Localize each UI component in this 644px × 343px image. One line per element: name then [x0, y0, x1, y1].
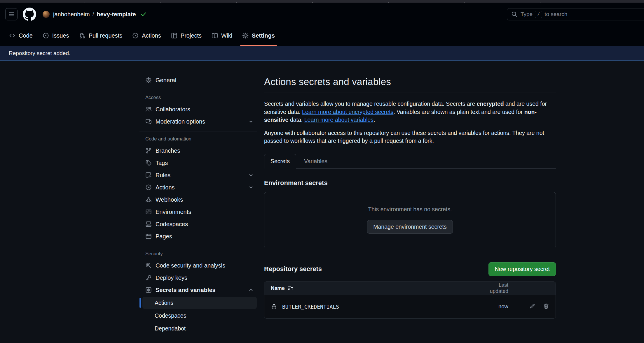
breadcrumb-repo-link[interactable]: bevy-template	[97, 11, 136, 18]
sidebar-item-actions[interactable]: Actions	[139, 181, 257, 194]
sidebar-subitem-actions[interactable]: Actions	[139, 297, 257, 309]
comment-discussion-icon	[145, 118, 152, 125]
search-placeholder: Type / to search	[521, 11, 567, 18]
row-actions	[508, 303, 549, 310]
tab-projects[interactable]: Projects	[166, 25, 207, 46]
git-pull-request-icon	[79, 32, 85, 39]
code-icon	[9, 32, 15, 39]
secret-name: BUTLER_CREDENTIALS	[282, 304, 339, 310]
browser-chrome-strip	[0, 0, 644, 3]
sidebar-item-secrets-variables[interactable]: Secrets and variables	[139, 284, 257, 296]
sidebar-divider	[139, 338, 257, 338]
new-repository-secret-button[interactable]: New repository secret	[488, 262, 556, 276]
intro-paragraph: Secrets and variables allow you to manag…	[264, 100, 556, 124]
link-about-variables[interactable]: Learn more about variables	[304, 117, 374, 123]
breadcrumb: janhohenheim / bevy-template	[53, 11, 146, 18]
sidebar-item-pages[interactable]: Pages	[139, 230, 257, 242]
user-avatar[interactable]	[43, 11, 50, 18]
sidebar-item-moderation-options[interactable]: Moderation options	[139, 115, 257, 128]
tab-code[interactable]: Code	[4, 25, 38, 46]
sidebar-section-access: Access	[145, 95, 257, 100]
sidebar-item-code-security[interactable]: Code security and analysis	[139, 259, 257, 272]
gear-icon	[242, 32, 249, 39]
edit-secret-button[interactable]	[529, 303, 535, 310]
table-row: BUTLER_CREDENTIALS now	[264, 295, 556, 318]
secret-updated: now	[479, 303, 508, 310]
repository-secrets-heading: Repository secrets	[264, 265, 322, 273]
repository-secrets-header-row: Repository secrets New repository secret	[264, 262, 556, 276]
name-column-header[interactable]: Name	[271, 285, 294, 291]
key-icon	[145, 275, 152, 281]
sidebar-item-rules[interactable]: Rules	[139, 169, 257, 181]
environment-secrets-box: This environment has no secrets. Manage …	[264, 192, 556, 248]
main-content: Actions secrets and variables Secrets an…	[264, 74, 556, 342]
sidebar-item-webhooks[interactable]: Webhooks	[139, 194, 257, 206]
breadcrumb-separator: /	[93, 11, 94, 18]
breadcrumb-owner-link[interactable]: janhohenheim	[53, 11, 90, 18]
sidebar-divider	[139, 246, 257, 246]
sidebar-item-codespaces[interactable]: Codespaces	[139, 218, 257, 230]
codespaces-icon	[145, 221, 152, 227]
tab-settings[interactable]: Settings	[237, 25, 280, 46]
tab-actions[interactable]: Actions	[127, 25, 166, 46]
play-icon	[132, 32, 139, 39]
table-header-row: Name Last updated	[264, 282, 556, 295]
last-updated-column-header: Last updated	[479, 282, 508, 294]
hamburger-menu-button[interactable]	[5, 8, 18, 20]
tab-pull-requests[interactable]: Pull requests	[74, 25, 128, 46]
check-icon	[141, 11, 146, 17]
browser-icon	[145, 233, 152, 240]
chevron-down-icon	[248, 172, 254, 178]
issue-opened-icon	[43, 32, 49, 39]
chevron-down-icon	[248, 119, 254, 124]
sidebar-section-security: Security	[145, 251, 257, 256]
tab-secrets[interactable]: Secrets	[264, 154, 296, 169]
chevron-up-icon	[248, 287, 254, 293]
repository-secrets-table: Name Last updated BUTLER_CREDENTIALS now	[264, 282, 556, 319]
environment-secrets-heading: Environment secrets	[264, 179, 556, 187]
book-icon	[212, 32, 218, 39]
sidebar-item-tags[interactable]: Tags	[139, 157, 257, 169]
settings-sidebar: General Access Collaborators Moderation …	[139, 74, 257, 342]
page-title: Actions secrets and variables	[264, 76, 556, 87]
trash-icon	[543, 303, 549, 309]
server-icon	[145, 209, 152, 215]
tag-icon	[145, 160, 152, 166]
lock-icon	[271, 303, 277, 310]
play-icon	[145, 184, 152, 191]
sidebar-item-environments[interactable]: Environments	[139, 206, 257, 218]
codescan-icon	[145, 262, 152, 269]
flash-banner: Repository secret added.	[0, 46, 644, 61]
flash-message: Repository secret added.	[9, 50, 70, 57]
manage-environment-secrets-button[interactable]: Manage environment secrets	[367, 220, 453, 234]
tab-wiki[interactable]: Wiki	[207, 25, 237, 46]
collaborator-paragraph: Anyone with collaborator access to this …	[264, 129, 556, 145]
link-encrypted-secrets[interactable]: Learn more about encrypted secrets	[302, 109, 393, 115]
sidebar-item-deploy-keys[interactable]: Deploy keys	[139, 272, 257, 284]
sidebar-item-general[interactable]: General	[139, 74, 257, 86]
search-icon	[511, 11, 518, 17]
github-logo-icon[interactable]	[23, 8, 36, 21]
rules-icon	[145, 172, 152, 178]
slash-keycap: /	[535, 11, 542, 18]
pencil-icon	[529, 303, 535, 309]
three-bars-icon	[8, 11, 15, 17]
sidebar-section-code-automation: Code and automation	[145, 136, 257, 142]
chevron-down-icon	[248, 184, 254, 190]
sidebar-subitem-dependabot[interactable]: Dependabot	[139, 322, 257, 335]
tab-variables[interactable]: Variables	[296, 154, 335, 168]
key-asterisk-icon	[145, 287, 152, 293]
secrets-variables-tabnav: Secrets Variables	[264, 154, 556, 169]
delete-secret-button[interactable]	[543, 303, 549, 310]
gear-icon	[145, 77, 152, 83]
sidebar-item-branches[interactable]: Branches	[139, 145, 257, 157]
sidebar-subitem-codespaces[interactable]: Codespaces	[139, 309, 257, 322]
search-input[interactable]: Type / to search	[507, 8, 644, 20]
environment-empty-text: This environment has no secrets.	[264, 206, 556, 213]
webhook-icon	[145, 196, 152, 203]
git-branch-icon	[145, 147, 152, 154]
tab-issues[interactable]: Issues	[38, 25, 74, 46]
settings-layout: General Access Collaborators Moderation …	[139, 61, 556, 342]
sidebar-item-collaborators[interactable]: Collaborators	[139, 103, 257, 115]
repo-tab-nav: Code Issues Pull requests Actions Projec…	[0, 25, 644, 46]
